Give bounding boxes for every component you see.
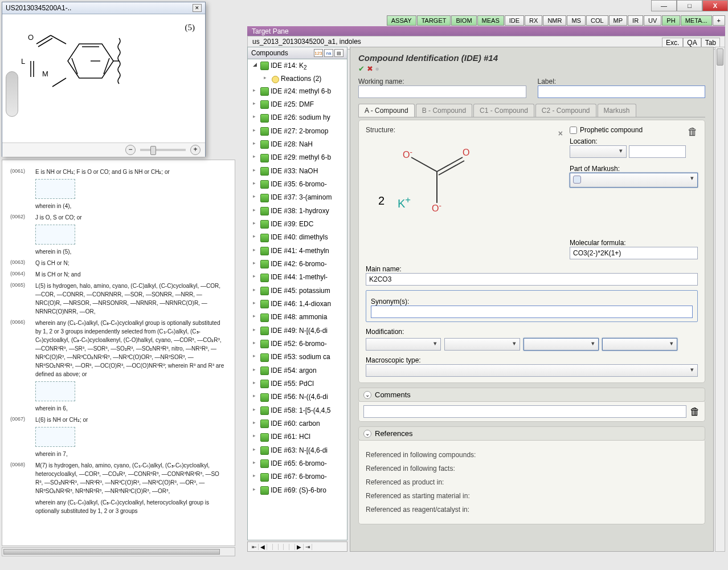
- window-minimize[interactable]: —: [651, 0, 677, 11]
- markush-combo[interactable]: [570, 173, 698, 188]
- sub-tab-c1-compound[interactable]: C1 - Compound: [473, 104, 534, 117]
- modification-combo-1[interactable]: [366, 338, 441, 351]
- doc-horizontal-scrollbar[interactable]: [2, 547, 235, 556]
- top-tab-uv[interactable]: UV: [644, 15, 661, 26]
- window-maximize[interactable]: □: [677, 0, 702, 11]
- cross-icon[interactable]: ✖: [367, 64, 373, 73]
- view-mode-icon-2[interactable]: na: [324, 49, 333, 57]
- modification-combo-3[interactable]: [523, 338, 599, 351]
- comments-trash-icon[interactable]: 🗑: [690, 406, 700, 418]
- comments-input[interactable]: [363, 405, 686, 418]
- view-mode-icon-3[interactable]: ▤: [334, 49, 343, 57]
- structure-delete-icon[interactable]: ×: [558, 129, 563, 138]
- top-tab-assay[interactable]: ASSAY: [387, 15, 416, 26]
- compound-item[interactable]: IDE #65: 6-bromo-: [248, 457, 347, 470]
- compound-item[interactable]: IDE #60: carbon: [248, 417, 347, 430]
- compound-item[interactable]: IDE #45: potassium: [248, 284, 347, 298]
- expand-icon-2[interactable]: ⌄: [363, 430, 371, 438]
- top-tab-mp[interactable]: MP: [609, 15, 628, 26]
- top-tab-col[interactable]: COL: [586, 15, 608, 26]
- inline-structure-3[interactable]: [35, 381, 75, 401]
- compound-item[interactable]: IDE #39: EDC: [248, 218, 347, 231]
- location-input[interactable]: [629, 145, 686, 158]
- synonyms-input[interactable]: [371, 306, 693, 318]
- sub-tab-markush[interactable]: Markush: [598, 104, 636, 117]
- references-section[interactable]: ⌄ References: [358, 426, 705, 441]
- compound-item[interactable]: IDE #14: K2: [248, 59, 347, 73]
- zoom-out-button[interactable]: −: [125, 145, 136, 155]
- compounds-tree[interactable]: IDE #14: K2Reactions (2)IDE #24: methyl …: [248, 59, 347, 540]
- compound-item[interactable]: IDE #33: NaOH: [248, 165, 347, 178]
- compound-item[interactable]: IDE #25: DMF: [248, 98, 347, 111]
- inline-structure-1[interactable]: [35, 179, 75, 199]
- inline-structure-2[interactable]: [35, 225, 75, 245]
- top-tab-add[interactable]: +: [713, 15, 725, 26]
- compound-item[interactable]: IDE #24: methyl 6-b: [248, 85, 347, 98]
- document-text-area[interactable]: (0061)E is NH or CH₂; F is O or CO; and …: [2, 160, 235, 546]
- compound-item[interactable]: IDE #55: PdCl: [248, 377, 347, 390]
- compound-item[interactable]: IDE #53: sodium ca: [248, 351, 347, 364]
- zoom-in-button[interactable]: +: [190, 145, 201, 155]
- compound-item[interactable]: IDE #58: 1-[5-(4,4,5: [248, 404, 347, 417]
- top-tab-biom[interactable]: BIOM: [451, 15, 476, 26]
- compound-item[interactable]: IDE #35: 6-bromo-: [248, 178, 347, 191]
- status-icons[interactable]: ✔ ✖ ●: [358, 64, 705, 73]
- trash-icon[interactable]: 🗑: [688, 126, 698, 138]
- compound-item[interactable]: IDE #63: N-[(4,6-di: [248, 444, 347, 457]
- sub-tab-c2-compound[interactable]: C2 - Compound: [535, 104, 596, 117]
- vertical-slider[interactable]: [6, 71, 18, 117]
- compound-item[interactable]: IDE #41: 4-methyln: [248, 245, 347, 258]
- comments-section[interactable]: ⌄ Comments: [358, 388, 705, 402]
- compound-item[interactable]: IDE #48: ammonia: [248, 311, 347, 324]
- compound-item[interactable]: IDE #52: 6-bromo-: [248, 337, 347, 351]
- compound-item[interactable]: IDE #37: 3-(aminom: [248, 191, 347, 204]
- structure-canvas[interactable]: O- O O- 2 K+: [366, 137, 497, 246]
- top-tab-nmr[interactable]: NMR: [543, 15, 566, 26]
- form-scrollbar[interactable]: [715, 47, 725, 552]
- pagination-row[interactable]: ⇤◀ ▶⇥: [247, 542, 347, 552]
- top-tab-ide[interactable]: IDE: [505, 15, 524, 26]
- sub-tab-b-compound[interactable]: B - Compound: [416, 104, 472, 117]
- macro-combo[interactable]: [366, 364, 698, 377]
- float-window-close-icon[interactable]: ✕: [193, 4, 202, 12]
- check-icon[interactable]: ✔: [358, 64, 365, 73]
- modification-combo-2[interactable]: [444, 338, 520, 351]
- compound-item[interactable]: IDE #42: 6-bromo-: [248, 258, 347, 271]
- top-tab-meta[interactable]: META...: [681, 15, 712, 26]
- reactions-subitem[interactable]: Reactions (2): [248, 73, 347, 84]
- top-tab-meas[interactable]: MEAS: [477, 15, 504, 26]
- compound-item[interactable]: IDE #26: sodium hy: [248, 111, 347, 124]
- dot-icon[interactable]: ●: [375, 64, 379, 73]
- top-tab-ph[interactable]: PH: [662, 15, 680, 26]
- compound-item[interactable]: IDE #46: 1,4-dioxan: [248, 298, 347, 311]
- compound-item[interactable]: IDE #27: 2-bromop: [248, 125, 347, 138]
- molformula-input[interactable]: [570, 247, 698, 259]
- expand-icon[interactable]: ⌄: [363, 391, 371, 399]
- location-combo-1[interactable]: [570, 145, 627, 158]
- compound-item[interactable]: IDE #56: N-((4,6-di: [248, 390, 347, 404]
- compound-item[interactable]: IDE #44: 1-methyl-: [248, 271, 347, 284]
- modification-combo-4[interactable]: [602, 338, 677, 351]
- window-close[interactable]: X: [702, 0, 728, 11]
- label-input[interactable]: [538, 85, 706, 98]
- inline-structure-4[interactable]: [35, 427, 75, 447]
- top-tab-ms[interactable]: MS: [567, 15, 586, 26]
- sub-tab-a-compound[interactable]: A - Compound: [358, 104, 415, 117]
- mainname-input[interactable]: [366, 273, 698, 286]
- compound-item[interactable]: IDE #40: dimethyls: [248, 231, 347, 244]
- view-mode-icon-1[interactable]: 123: [314, 49, 323, 57]
- working-name-input[interactable]: [358, 85, 526, 98]
- zoom-slider[interactable]: [140, 149, 186, 151]
- compound-item[interactable]: IDE #49: N-[(4,6-di: [248, 324, 347, 337]
- compound-item[interactable]: IDE #29: methyl 6-b: [248, 151, 347, 164]
- compound-item[interactable]: IDE #61: HCl: [248, 430, 347, 443]
- patent-floating-window[interactable]: US20130345200A1-.. ✕ (5) O L M −: [2, 2, 206, 157]
- top-tab-ir[interactable]: IR: [628, 15, 643, 26]
- top-tab-target[interactable]: TARGET: [417, 15, 451, 26]
- compound-item[interactable]: IDE #69: (S)-6-bro: [248, 484, 347, 497]
- compound-item[interactable]: IDE #38: 1-hydroxy: [248, 205, 347, 218]
- compound-item[interactable]: IDE #28: NaH: [248, 138, 347, 151]
- prophetic-checkbox[interactable]: [570, 127, 577, 134]
- compound-item[interactable]: IDE #54: argon: [248, 364, 347, 377]
- top-tab-rx[interactable]: RX: [525, 15, 542, 26]
